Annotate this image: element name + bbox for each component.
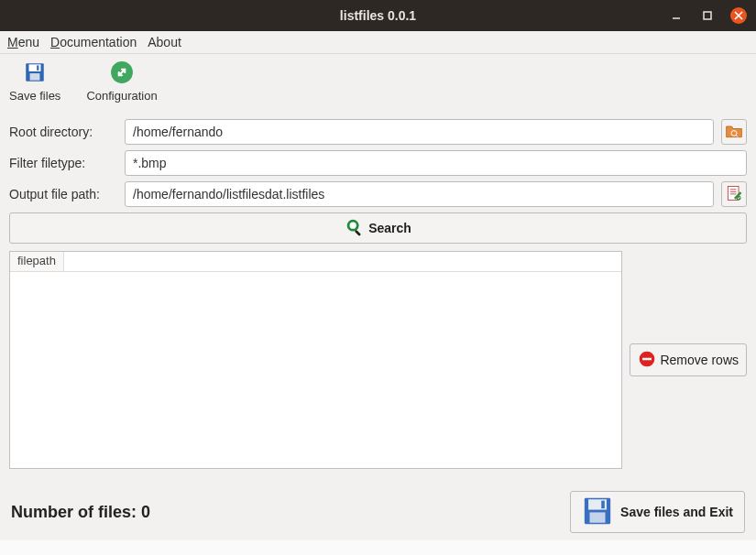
browse-folder-button[interactable]	[721, 119, 747, 145]
maximize-button[interactable]	[699, 7, 716, 24]
window-title: listfiles 0.0.1	[340, 8, 416, 23]
results-row: filepath Remove rows	[9, 251, 747, 469]
folder-icon	[725, 123, 743, 142]
menubar: Menu Documentation About	[0, 31, 756, 54]
svg-rect-6	[30, 73, 40, 81]
remove-icon	[638, 350, 656, 371]
search-icon	[345, 217, 365, 240]
filter-filetype-row: Filter filetype:	[9, 150, 747, 176]
gear-icon	[109, 60, 135, 85]
svg-rect-1	[704, 12, 711, 19]
svg-point-17	[350, 222, 356, 228]
root-directory-label: Root directory:	[9, 125, 117, 139]
svg-point-15	[737, 195, 741, 200]
menu-about[interactable]: About	[148, 35, 181, 49]
filter-filetype-input[interactable]	[125, 150, 747, 176]
column-filepath[interactable]: filepath	[10, 252, 64, 271]
svg-rect-20	[642, 357, 652, 360]
svg-rect-23	[590, 512, 606, 522]
remove-rows-button[interactable]: Remove rows	[630, 343, 747, 376]
remove-rows-label: Remove rows	[660, 353, 739, 367]
svg-rect-18	[355, 229, 361, 235]
file-count-value: 0	[141, 503, 150, 521]
edit-file-icon	[725, 184, 743, 205]
filter-filetype-label: Filter filetype:	[9, 156, 117, 170]
svg-rect-24	[601, 500, 605, 508]
file-count-label: Number of files:	[11, 503, 141, 521]
output-path-input[interactable]	[125, 181, 714, 207]
output-path-row: Output file path:	[9, 181, 747, 207]
toolbar: Save files Configuration	[0, 54, 756, 112]
svg-rect-5	[29, 64, 41, 71]
save-icon	[22, 60, 48, 85]
configuration-button[interactable]: Configuration	[86, 60, 157, 103]
root-directory-input[interactable]	[125, 119, 714, 145]
search-button[interactable]: Search	[9, 212, 747, 244]
save-files-and-exit-button[interactable]: Save files and Exit	[570, 491, 745, 533]
content: Root directory: Filter filetype: Output …	[0, 112, 756, 540]
root-directory-row: Root directory:	[9, 119, 747, 145]
titlebar-controls	[668, 7, 747, 24]
save-files-button[interactable]: Save files	[9, 60, 60, 103]
close-button[interactable]	[730, 7, 747, 24]
results-table[interactable]: filepath	[9, 251, 622, 469]
menu-menu[interactable]: Menu	[7, 35, 39, 49]
search-label: Search	[368, 221, 411, 235]
bottom-bar: Number of files: 0 Save files and Exit	[9, 491, 747, 533]
titlebar: listfiles 0.0.1	[0, 0, 756, 31]
output-path-label: Output file path:	[9, 187, 117, 201]
table-header: filepath	[10, 252, 621, 272]
file-count: Number of files: 0	[11, 503, 150, 522]
save-files-label: Save files	[9, 89, 60, 103]
menu-documentation[interactable]: Documentation	[50, 35, 137, 49]
save-exit-icon	[582, 495, 613, 529]
minimize-button[interactable]	[668, 7, 685, 24]
edit-output-button[interactable]	[721, 181, 747, 207]
svg-rect-7	[37, 65, 38, 70]
save-exit-label: Save files and Exit	[620, 505, 733, 519]
configuration-label: Configuration	[86, 89, 157, 103]
